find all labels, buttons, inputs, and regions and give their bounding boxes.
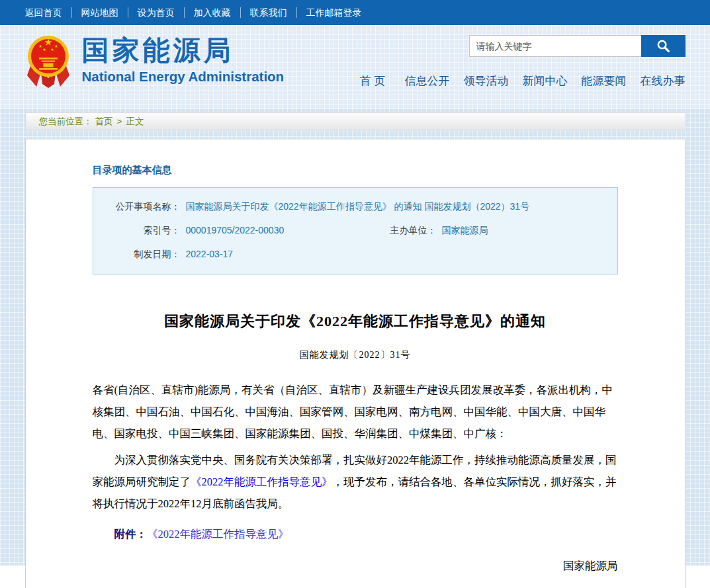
article-body: 各省(自治区、直辖市)能源局，有关省（自治区、直辖市）及新疆生产建设兵团发展改革… [93,379,618,515]
article-title: 国家能源局关于印发《2022年能源工作指导意见》的通知 [93,312,618,331]
topbar-link-home[interactable]: 返回首页 [25,7,72,18]
nav-energy-news[interactable]: 能源要闻 [582,73,627,89]
topbar-link-set-homepage[interactable]: 设为首页 [128,7,185,18]
meta-org-label: 主办单位： [381,218,437,242]
breadcrumb: 您当前位置： 首页 > 正文 [25,112,686,130]
nav-leadership[interactable]: 领导活动 [464,73,509,89]
site-title-english: National Energy Administration [82,68,285,85]
topbar-link-contact[interactable]: 联系我们 [241,7,297,18]
nav-news-center[interactable]: 新闻中心 [523,73,568,89]
article: 国家能源局关于印发《2022年能源工作指导意见》的通知 国能发规划〔2022〕3… [93,312,618,588]
topbar-link-sitemap[interactable]: 网站地图 [72,7,128,18]
meta-row-index-org: 索引号： 000019705/2022-00030 主办单位： 国家能源局 [107,218,604,242]
national-emblem-icon [25,32,71,92]
topbar-link-mail-login[interactable]: 工作邮箱登录 [297,7,371,18]
breadcrumb-label: 您当前位置： [39,116,93,128]
nav-home[interactable]: 首 页 [360,73,386,89]
breadcrumb-home-link[interactable]: 首页 [95,116,113,128]
meta-date-value: 2022-03-17 [186,242,234,266]
article-paragraph-main: 为深入贯彻落实党中央、国务院有关决策部署，扎实做好2022年能源工作，持续推动能… [93,449,618,515]
topbar-link-favorites[interactable]: 加入收藏 [185,7,241,18]
attachment-line: 附件：《2022年能源工作指导意见》 [93,523,618,545]
meta-row-date: 制发日期： 2022-03-17 [107,242,604,266]
main-nav: 首 页 信息公开 领导活动 新闻中心 能源要闻 在线办事 [360,73,686,89]
search-icon [656,38,671,54]
meta-name-value: 国家能源局关于印发《2022年能源工作指导意见》 的通知 国能发规划（2022）… [186,194,530,218]
site-title-block[interactable]: 国家能源局 National Energy Administration [82,32,285,95]
meta-row-name: 公开事项名称： 国家能源局关于印发《2022年能源工作指导意见》 的通知 国能发… [107,194,604,218]
section-title: 目录项的基本信息 [93,140,618,177]
meta-org-value: 国家能源局 [442,218,488,242]
nav-online-services[interactable]: 在线办事 [641,73,686,89]
site-header: 国家能源局 National Energy Administration 首 页… [0,25,710,109]
signature-org: 国家能源局 [93,555,618,577]
national-emblem-logo[interactable] [25,32,82,95]
search-button[interactable] [641,35,686,57]
nav-info-disclosure[interactable]: 信息公开 [405,73,450,89]
meta-index-value: 000019705/2022-00030 [186,218,285,242]
signature-date: 2022年3月17日 [93,585,618,588]
article-doc-number: 国能发规划〔2022〕31号 [93,349,618,361]
meta-index-label: 索引号： [107,218,181,242]
article-paragraph-recipients: 各省(自治区、直辖市)能源局，有关省（自治区、直辖市）及新疆生产建设兵团发展改革… [93,379,618,444]
search-input[interactable] [469,35,641,57]
guidance-document-link[interactable]: 《2022年能源工作指导意见》 [191,476,333,488]
site-title: 国家能源局 [82,35,285,65]
attachment-link[interactable]: 《2022年能源工作指导意见》 [147,528,289,540]
attachment-label: 附件： [114,528,148,540]
main-panel: 目录项的基本信息 公开事项名称： 国家能源局关于印发《2022年能源工作指导意见… [25,139,686,588]
breadcrumb-separator: > [117,116,122,126]
document-meta-box: 公开事项名称： 国家能源局关于印发《2022年能源工作指导意见》 的通知 国能发… [93,187,618,274]
topbar: 返回首页 网站地图 设为首页 加入收藏 联系我们 工作邮箱登录 [0,0,710,25]
meta-name-label: 公开事项名称： [107,194,181,218]
meta-date-label: 制发日期： [107,242,181,266]
breadcrumb-current: 正文 [126,116,144,128]
search-bar [469,35,686,57]
